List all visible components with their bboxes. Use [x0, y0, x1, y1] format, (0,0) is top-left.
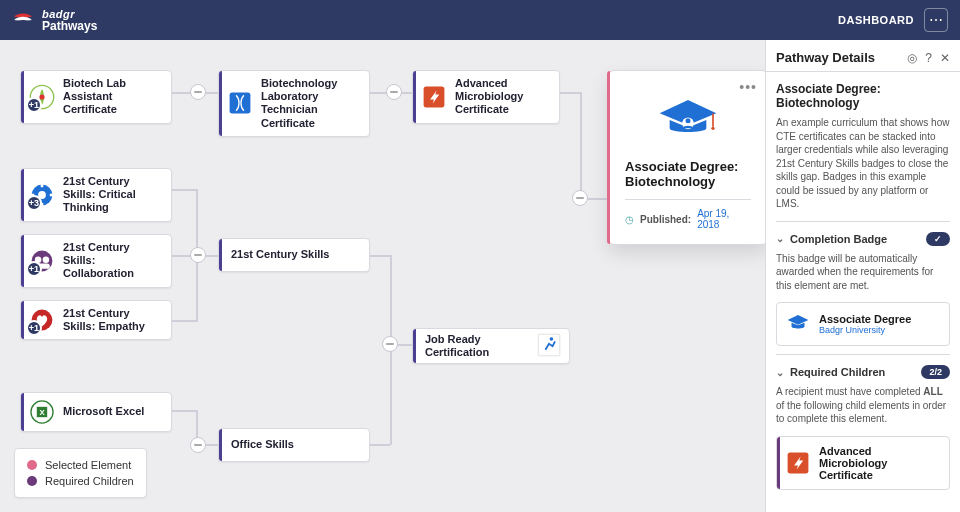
required-children-section: ⌄Required Children 2/2 A recipient must … [776, 354, 950, 494]
node-critical-thinking[interactable]: +3 21st Century Skills: Critical Thinkin… [20, 168, 172, 222]
card-more-button[interactable]: ••• [739, 79, 757, 95]
svg-point-12 [43, 256, 50, 263]
brand-line1: badgr [42, 9, 97, 20]
published-label: Published: [640, 214, 691, 225]
svg-rect-6 [41, 183, 44, 187]
panel-heading: Associate Degree: Biotechnology [776, 82, 950, 110]
collaboration-icon: +1 [29, 248, 55, 274]
svg-point-16 [550, 337, 554, 341]
connector [172, 320, 196, 322]
heart-icon: +1 [29, 307, 55, 333]
connector [580, 92, 582, 192]
pathway-canvas[interactable]: +1 Biotech Lab Assistant Certificate Bio… [0, 40, 765, 512]
svg-rect-2 [230, 93, 251, 114]
connector [172, 410, 196, 412]
connector [206, 92, 218, 94]
connector [370, 255, 390, 257]
brand-line2: Pathways [42, 20, 97, 32]
connector [402, 92, 412, 94]
connector [370, 444, 390, 446]
selected-title: Associate Degree: Biotechnology [625, 159, 751, 189]
completion-badge-card[interactable]: Associate Degree Badgr University [776, 302, 950, 346]
legend-dot-required [27, 476, 37, 486]
node-advanced-microbiology[interactable]: Advanced Microbiology Certificate [412, 70, 560, 124]
panel-description: An example curriculum that shows how CTE… [776, 116, 950, 211]
connector [206, 444, 218, 446]
plus-badge: +1 [26, 320, 42, 336]
node-biotech-lab-assistant[interactable]: +1 Biotech Lab Assistant Certificate [20, 70, 172, 124]
node-label: Biotechnology Laboratory Technician Cert… [261, 77, 361, 130]
plus-badge: +3 [26, 195, 42, 211]
node-label: 21st Century Skills: Collaboration [63, 241, 163, 281]
close-icon[interactable]: ✕ [940, 51, 950, 65]
dashboard-link[interactable]: DASHBOARD [838, 14, 914, 26]
junction-icon [190, 437, 206, 453]
svg-text:X: X [39, 408, 45, 417]
node-collaboration[interactable]: +1 21st Century Skills: Collaboration [20, 234, 172, 288]
node-label: Advanced Microbiology Certificate [455, 77, 551, 117]
graduation-cap-icon [653, 95, 723, 145]
connector [588, 198, 608, 200]
junction-icon [190, 247, 206, 263]
node-office-skills[interactable]: Office Skills [218, 428, 370, 462]
dna-icon [227, 90, 253, 116]
junction-icon [386, 84, 402, 100]
connector [560, 92, 580, 94]
target-icon[interactable]: ◎ [907, 51, 917, 65]
legend-required-label: Required Children [45, 475, 134, 487]
gear-icon: +3 [29, 182, 55, 208]
published-row: ◷ Published: Apr 19, 2018 [625, 199, 751, 230]
svg-point-21 [686, 118, 691, 123]
completion-badge-issuer: Badgr University [819, 325, 911, 335]
connector [398, 344, 412, 346]
top-bar: badgr Pathways DASHBOARD ⋯ [0, 0, 960, 40]
node-job-ready[interactable]: Job Ready Certification [412, 328, 570, 364]
node-label: 21st Century Skills: Empathy [63, 307, 163, 333]
required-child-name: Advanced Microbiology Certificate [819, 445, 941, 481]
brand: badgr Pathways [12, 9, 97, 32]
microscope-icon [421, 84, 447, 110]
svg-point-1 [39, 94, 44, 99]
junction-icon [382, 336, 398, 352]
legend-selected-label: Selected Element [45, 459, 131, 471]
required-child-card[interactable]: Advanced Microbiology Certificate [776, 436, 950, 490]
completion-title: Completion Badge [790, 233, 887, 245]
published-date: Apr 19, 2018 [697, 208, 751, 230]
connector [172, 189, 196, 191]
node-label: 21st Century Skills [231, 248, 329, 261]
connector [206, 255, 218, 257]
junction-icon [190, 84, 206, 100]
node-excel[interactable]: X Microsoft Excel [20, 392, 172, 432]
clock-icon: ◷ [625, 214, 634, 225]
graduation-cap-icon [785, 311, 811, 337]
selected-node-card[interactable]: ••• Associate Degree: Biotechnology ◷ Pu… [608, 70, 765, 245]
chevron-down-icon[interactable]: ⌄ [776, 233, 784, 244]
junction-icon [572, 190, 588, 206]
node-label: Office Skills [231, 438, 294, 451]
biotech-lab-icon: +1 [29, 84, 55, 110]
completion-check-chip [926, 232, 950, 246]
node-label: Job Ready Certification [425, 333, 529, 359]
required-desc: A recipient must have completed ALL of t… [776, 385, 950, 426]
node-21c-skills[interactable]: 21st Century Skills [218, 238, 370, 272]
legend: Selected Element Required Children [14, 448, 147, 498]
connector [172, 92, 192, 94]
node-label: Microsoft Excel [63, 405, 144, 418]
details-panel: Pathway Details ◎ ? ✕ Associate Degree: … [765, 40, 960, 512]
node-biotech-lab-tech[interactable]: Biotechnology Laboratory Technician Cert… [218, 70, 370, 137]
required-count-chip: 2/2 [921, 365, 950, 379]
panel-title: Pathway Details [776, 50, 875, 65]
required-title: Required Children [790, 366, 885, 378]
svg-point-22 [711, 127, 714, 130]
node-label: Biotech Lab Assistant Certificate [63, 77, 163, 117]
completion-badge-name: Associate Degree [819, 313, 911, 325]
node-empathy[interactable]: +1 21st Century Skills: Empathy [20, 300, 172, 340]
more-menu-button[interactable]: ⋯ [924, 8, 948, 32]
completion-section: ⌄Completion Badge This badge will be aut… [776, 221, 950, 351]
microscope-icon [785, 450, 811, 476]
chevron-down-icon[interactable]: ⌄ [776, 367, 784, 378]
completion-desc: This badge will be automatically awarded… [776, 252, 950, 293]
help-icon[interactable]: ? [925, 51, 932, 65]
legend-dot-selected [27, 460, 37, 470]
svg-rect-9 [50, 193, 54, 196]
